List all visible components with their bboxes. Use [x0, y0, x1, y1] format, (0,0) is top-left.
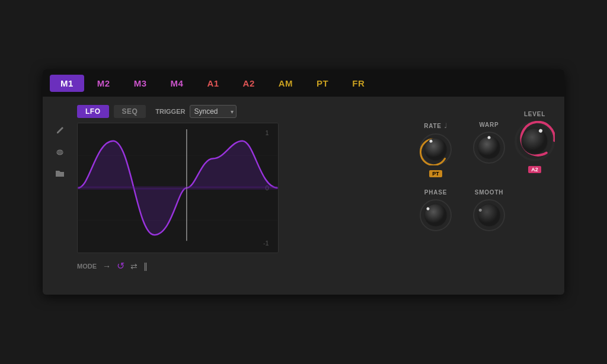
warp-knob[interactable] — [473, 132, 505, 164]
lfo-button[interactable]: LFO — [77, 105, 109, 118]
level-a2-badge: A2 — [528, 166, 541, 173]
pencil-icon[interactable] — [52, 123, 68, 138]
svg-rect-1 — [57, 151, 63, 153]
tab-am[interactable]: AM — [268, 75, 304, 92]
smooth-label: SMOOTH — [475, 189, 504, 196]
tab-m4[interactable]: M4 — [160, 75, 194, 92]
svg-rect-10 — [78, 186, 278, 190]
tab-m2[interactable]: M2 — [87, 75, 121, 92]
lfo-section: LFO SEQ TRIGGER Synced Free Envelope Tri… — [77, 105, 410, 286]
tab-fr[interactable]: FR — [341, 75, 375, 92]
mode-loop-icon[interactable]: ↺ — [117, 260, 124, 272]
svg-point-15 — [478, 136, 500, 159]
phase-knob[interactable] — [420, 199, 452, 231]
mode-label: MODE — [77, 263, 97, 270]
waveform-display[interactable]: 1 0 -1 — [77, 123, 279, 253]
tab-bar: M1 M2 M3 M4 A1 A2 AM PT FR — [43, 69, 564, 97]
warp-knob-container: WARP — [473, 122, 505, 177]
trigger-label: TRIGGER — [155, 108, 185, 115]
phase-knob-container: PHASE — [420, 189, 452, 231]
tab-a1[interactable]: A1 — [196, 75, 229, 92]
knobs-row-top: RATE ♩ — [420, 122, 505, 177]
svg-point-24 — [522, 128, 548, 154]
level-section: LEVEL — [515, 105, 555, 286]
level-label: LEVEL — [524, 111, 545, 117]
tab-pt[interactable]: PT — [306, 75, 339, 92]
left-tools — [52, 105, 68, 286]
level-knob[interactable] — [515, 121, 555, 161]
svg-text:1: 1 — [266, 129, 269, 136]
mode-pause-icon[interactable]: ‖ — [143, 261, 148, 271]
svg-point-16 — [488, 136, 491, 139]
smooth-knob[interactable] — [473, 199, 505, 231]
rate-pt-badge: PT — [429, 170, 442, 177]
folder-icon[interactable] — [52, 165, 68, 181]
plugin-container: M1 M2 M3 M4 A1 A2 AM PT FR — [43, 69, 564, 295]
mode-pingpong-icon[interactable]: ⇄ — [130, 261, 138, 271]
tab-m3[interactable]: M3 — [123, 75, 158, 92]
tab-a2[interactable]: A2 — [232, 75, 266, 92]
phase-label: PHASE — [424, 189, 447, 196]
warp-label: WARP — [479, 122, 499, 128]
svg-point-12 — [424, 138, 447, 161]
rate-label: RATE — [424, 123, 442, 129]
knobs-row-bottom: PHASE — [420, 189, 505, 231]
tab-m1[interactable]: M1 — [50, 75, 84, 92]
seq-button[interactable]: SEQ — [114, 105, 146, 118]
eraser-icon[interactable] — [52, 144, 68, 159]
trigger-select-wrap: Synced Free Envelope Trigger — [190, 105, 237, 118]
mode-forward-icon[interactable]: → — [103, 261, 111, 271]
knobs-section: RATE ♩ — [420, 105, 505, 286]
smooth-knob-container: SMOOTH — [473, 189, 505, 231]
rate-knob[interactable] — [420, 133, 452, 165]
rate-knob-container: RATE ♩ — [420, 122, 452, 177]
main-area: LFO SEQ TRIGGER Synced Free Envelope Tri… — [43, 97, 564, 295]
lfo-header: LFO SEQ TRIGGER Synced Free Envelope Tri… — [77, 105, 410, 118]
svg-point-21 — [478, 204, 500, 226]
trigger-select[interactable]: Synced Free Envelope Trigger — [190, 105, 237, 118]
svg-text:-1: -1 — [263, 240, 269, 247]
mode-bar: MODE → ↺ ⇄ ‖ — [77, 260, 410, 272]
note-icon: ♩ — [444, 122, 448, 130]
